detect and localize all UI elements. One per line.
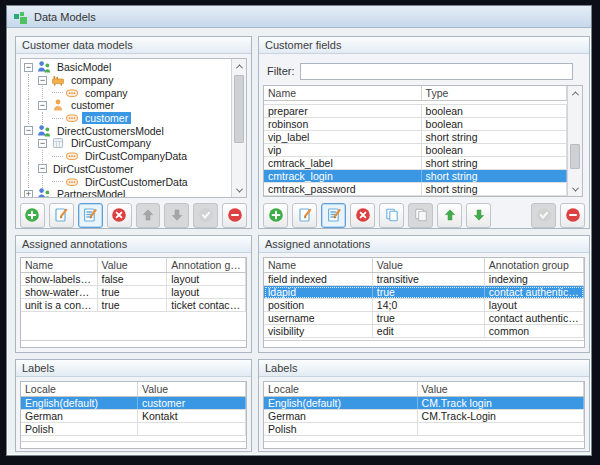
table-cell: 14;0 <box>373 299 485 311</box>
table-cell: CM.Track login <box>418 397 584 409</box>
column-header[interactable]: Type <box>422 86 567 100</box>
edit-button[interactable] <box>49 203 74 228</box>
tree-row: +PartnersModel <box>21 188 231 197</box>
move-up-button[interactable] <box>437 203 462 228</box>
column-header[interactable]: Annotation group <box>167 258 246 272</box>
table-row[interactable]: cmtrack_labelshort string <box>264 157 567 170</box>
scroll-track[interactable] <box>568 100 582 182</box>
table-row[interactable]: unit is a contacttrueticket contact rela… <box>21 299 246 312</box>
column-header[interactable]: Value <box>418 382 584 396</box>
table-row[interactable]: English(default)CM.Track login <box>264 397 584 410</box>
tree-node-company[interactable]: company <box>68 74 117 86</box>
scroll-down-button[interactable] <box>568 182 582 196</box>
vertical-scrollbar[interactable] <box>567 86 582 196</box>
move-down-button[interactable] <box>466 203 491 228</box>
check-icon <box>198 207 214 223</box>
column-header[interactable]: Name <box>264 258 373 272</box>
column-header[interactable]: Locale <box>264 382 418 396</box>
tree-expander-minus[interactable]: − <box>24 126 33 135</box>
table-row[interactable]: Polish <box>21 423 246 436</box>
table-row[interactable]: GermanKontakt <box>21 410 246 423</box>
table-cell: edit <box>373 325 485 337</box>
column-header[interactable]: Value <box>98 258 168 272</box>
column-header[interactable]: Value <box>373 258 485 272</box>
table-cell: boolean <box>422 105 567 117</box>
tree-expander-minus[interactable]: − <box>24 63 33 72</box>
scroll-up-button[interactable] <box>568 86 582 100</box>
tree-node-DirectCustomersModel[interactable]: DirectCustomersModel <box>54 125 167 137</box>
filter-input[interactable] <box>300 63 574 80</box>
table-row[interactable]: usernametruecontact authentication <box>264 312 584 325</box>
tree-row: −BasicModel <box>21 61 231 74</box>
delete-button[interactable] <box>107 203 132 228</box>
tree-connector <box>52 156 63 157</box>
scroll-track[interactable] <box>232 73 246 183</box>
table-footer-strip <box>21 441 246 442</box>
table-row[interactable]: cmtrack_passwordshort string <box>264 183 567 196</box>
table-row[interactable]: English(default)customer <box>21 397 246 410</box>
remove-button[interactable] <box>222 203 247 228</box>
table-row[interactable]: preparerboolean <box>264 105 567 118</box>
table-row[interactable]: Polish <box>264 423 584 436</box>
tree-node-company[interactable]: company <box>82 87 131 99</box>
delete-button[interactable] <box>350 203 375 228</box>
tree-node-BasicModel[interactable]: BasicModel <box>54 61 114 73</box>
tree-node-DirCustCompany[interactable]: DirCustCompany <box>68 137 154 149</box>
table-cell: Polish <box>264 423 418 435</box>
tree-expander-plus[interactable]: + <box>24 190 33 197</box>
edit-annotations-button[interactable] <box>321 203 346 228</box>
labels-table: LocaleValueEnglish(default)customerGerma… <box>21 382 246 448</box>
table-row[interactable]: vip_labelshort string <box>264 131 567 144</box>
column-header[interactable]: Name <box>21 258 98 272</box>
table-row[interactable]: ldapidtruecontact authentication <box>264 286 584 299</box>
edit-button[interactable] <box>292 203 317 228</box>
tree-node-DirCustCustomerData[interactable]: DirCustCustomerData <box>82 176 191 188</box>
tree-node-PartnersModel[interactable]: PartnersModel <box>54 188 128 197</box>
table-row[interactable]: visibilityeditcommon <box>264 325 584 338</box>
tree-node-DirCustCompanyData[interactable]: DirCustCompanyData <box>82 150 190 162</box>
table-row[interactable]: show-watermarkstruelayout <box>21 286 246 299</box>
column-header[interactable]: Annotation group <box>485 258 584 272</box>
labels-table-container: LocaleValueEnglish(default)CM.Track logi… <box>263 381 585 449</box>
table-row[interactable]: cmtrack_loginshort string <box>264 170 567 183</box>
scroll-up-button[interactable] <box>232 59 246 73</box>
scroll-down-button[interactable] <box>232 183 246 197</box>
tree-row: DirCustCompanyData <box>21 150 231 163</box>
panel-title: Labels <box>259 360 589 377</box>
table-row[interactable]: show-labels-in-editfalselayout <box>21 273 246 286</box>
column-header[interactable]: Value <box>138 382 246 396</box>
column-header[interactable]: Locale <box>21 382 138 396</box>
tree-connector <box>52 181 63 182</box>
table-row[interactable]: field indexedtransitiveindexing <box>264 273 584 286</box>
tree-node-customer[interactable]: customer <box>82 112 131 124</box>
dataview-icon <box>64 149 79 163</box>
column-header[interactable]: Name <box>264 86 422 100</box>
tree-node-DirCustCustomer[interactable]: DirCustCustomer <box>50 163 137 175</box>
tree-expander-minus[interactable]: − <box>38 139 47 148</box>
copy-button[interactable] <box>379 203 404 228</box>
table-cell: short string <box>422 183 567 195</box>
scroll-thumb[interactable] <box>570 144 580 169</box>
window-titlebar[interactable]: Data Models <box>7 6 591 28</box>
tree-expander-minus[interactable]: − <box>38 164 47 173</box>
vertical-scrollbar[interactable] <box>231 59 246 197</box>
table-row[interactable]: robinsonboolean <box>264 118 567 131</box>
tree-node-customer[interactable]: customer <box>68 99 117 111</box>
table-cell: position <box>264 299 373 311</box>
filter-row: Filter: <box>267 62 573 80</box>
table-row[interactable]: vipboolean <box>264 144 567 157</box>
remove-button[interactable] <box>560 203 585 228</box>
scroll-thumb[interactable] <box>234 75 244 143</box>
table-footer-strip <box>21 340 246 341</box>
add-button[interactable] <box>263 203 288 228</box>
annotations-table: NameValueAnnotation groupshow-labels-in-… <box>21 258 246 347</box>
table-row[interactable]: position14;0layout <box>264 299 584 312</box>
table-cell: customer <box>138 397 246 409</box>
tree-expander-minus[interactable]: − <box>38 76 47 85</box>
tree-expander-minus[interactable]: − <box>38 101 47 110</box>
tree-indent-guide <box>28 99 38 112</box>
table-row[interactable]: GermanCM.Track-Login <box>264 410 584 423</box>
table-cell: short string <box>422 170 567 182</box>
add-button[interactable] <box>20 203 45 228</box>
edit-annotations-button[interactable] <box>78 203 103 228</box>
